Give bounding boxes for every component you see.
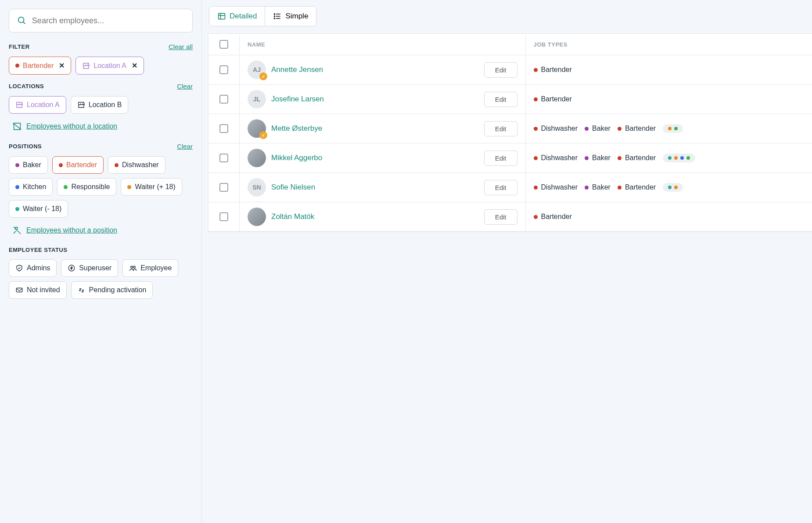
bolt-icon: [68, 264, 75, 272]
chip-label: Not invited: [27, 286, 60, 294]
avatar: SN: [248, 178, 266, 197]
clear-all-link[interactable]: Clear all: [169, 43, 193, 50]
dot-icon: [585, 186, 589, 190]
row-checkbox[interactable]: [219, 95, 228, 104]
status-chip-pending-activation[interactable]: Pending activation: [71, 281, 153, 299]
search-icon: [17, 15, 27, 26]
dot-icon: [534, 127, 538, 131]
job-tag: Baker: [585, 125, 611, 133]
dot-icon: [585, 156, 589, 160]
employee-name[interactable]: Josefine Larsen: [271, 95, 324, 104]
select-all-checkbox[interactable]: [219, 40, 228, 49]
group-icon: [129, 264, 137, 272]
position-chip-baker[interactable]: Baker: [9, 156, 48, 174]
avatar: [248, 119, 266, 138]
employee-name[interactable]: Annette Jensen: [271, 65, 323, 74]
dot-icon: [127, 185, 131, 189]
view-detailed-button[interactable]: Detailed: [209, 7, 265, 26]
chip-label: Admins: [27, 264, 50, 272]
row-checkbox[interactable]: [219, 154, 228, 162]
job-tag: Bartender: [618, 183, 656, 191]
status-chip-not-invited[interactable]: Not invited: [9, 281, 67, 299]
edit-button[interactable]: Edit: [484, 150, 517, 166]
view-label: Simple: [285, 12, 308, 21]
employee-name[interactable]: Mette Østerbye: [271, 124, 322, 133]
overflow-pill[interactable]: [663, 183, 683, 192]
employees-without-position-link[interactable]: Employees without a position: [26, 226, 117, 234]
svg-point-15: [274, 14, 275, 14]
table-icon: [217, 12, 226, 21]
svg-point-6: [131, 266, 133, 269]
active-filter-location-a[interactable]: Location A ✕: [75, 57, 144, 75]
main-content: Detailed Simple NAME JOB TYPES AJ Annett…: [202, 0, 812, 523]
dot-icon: [534, 186, 538, 190]
view-simple-button[interactable]: Simple: [265, 7, 316, 26]
job-tag: Baker: [585, 154, 611, 162]
search-box[interactable]: [9, 9, 193, 32]
overflow-pill[interactable]: [663, 124, 683, 133]
job-types-cell: Bartender: [534, 95, 572, 103]
dot-icon: [618, 186, 622, 190]
overflow-pill[interactable]: [663, 154, 695, 162]
svg-point-17: [274, 18, 275, 19]
chip-label: Location B: [89, 101, 122, 109]
table-row: Zoltán Matók Edit Bartender: [208, 202, 812, 232]
row-checkbox[interactable]: [219, 212, 228, 221]
edit-button[interactable]: Edit: [484, 209, 517, 225]
locations-title: LOCATIONS: [9, 83, 44, 90]
active-filter-bartender[interactable]: Bartender ✕: [9, 57, 71, 75]
remove-filter-icon[interactable]: ✕: [59, 61, 65, 70]
search-input[interactable]: [32, 16, 184, 25]
clear-locations-link[interactable]: Clear: [177, 82, 193, 90]
row-checkbox[interactable]: [219, 65, 228, 74]
dot-icon: [674, 156, 678, 160]
employee-name[interactable]: Mikkel Aggerbo: [271, 154, 322, 162]
position-chip-dishwasher[interactable]: Dishwasher: [108, 156, 165, 174]
row-checkbox[interactable]: [219, 183, 228, 192]
employees-without-location-link[interactable]: Employees without a location: [26, 122, 117, 130]
edit-button[interactable]: Edit: [484, 180, 517, 195]
view-label: Detailed: [230, 12, 257, 21]
employee-table: NAME JOB TYPES AJ Annette Jensen Edit Ba…: [208, 33, 812, 232]
dot-icon: [534, 156, 538, 160]
status-chip-employee[interactable]: Employee: [122, 259, 178, 277]
chip-label: Employee: [140, 264, 172, 272]
dot-icon: [59, 163, 63, 167]
column-job-types: JOB TYPES: [526, 35, 812, 54]
svg-point-0: [18, 17, 24, 23]
row-checkbox[interactable]: [219, 124, 228, 133]
table-row: Mikkel Aggerbo Edit DishwasherBakerBarte…: [208, 143, 812, 173]
status-chip-admins[interactable]: Admins: [9, 259, 57, 277]
position-chip-bartender[interactable]: Bartender: [52, 156, 104, 174]
dot-icon: [674, 186, 678, 189]
employee-name[interactable]: Sofie Nielsen: [271, 183, 315, 192]
position-chip-waiter-18-[interactable]: Waiter (+ 18): [121, 178, 182, 196]
edit-button[interactable]: Edit: [484, 92, 517, 107]
list-icon: [273, 12, 282, 21]
avatar: [248, 208, 266, 226]
remove-filter-icon[interactable]: ✕: [132, 61, 137, 70]
svg-point-16: [274, 16, 275, 17]
clear-positions-link[interactable]: Clear: [177, 143, 193, 150]
dot-icon: [585, 127, 589, 131]
location-chip-a[interactable]: Location A: [9, 96, 66, 114]
status-chip-superuser[interactable]: Superuser: [61, 259, 118, 277]
chip-label: Location A: [27, 101, 60, 109]
position-chip-responsible[interactable]: Responsible: [57, 178, 116, 196]
edit-button[interactable]: Edit: [484, 121, 517, 136]
avatar: AJ: [248, 61, 266, 79]
employee-name[interactable]: Zoltán Matók: [271, 212, 314, 221]
job-tag: Dishwasher: [534, 125, 578, 133]
job-tag: Bartender: [534, 95, 572, 103]
shield-icon: [15, 264, 23, 272]
edit-button[interactable]: Edit: [484, 62, 517, 78]
chip-label: Superuser: [79, 264, 111, 272]
svg-rect-8: [16, 288, 22, 292]
dot-icon: [115, 163, 119, 167]
location-chip-b[interactable]: Location B: [71, 96, 129, 114]
position-chip-kitchen[interactable]: Kitchen: [9, 178, 53, 196]
dot-icon: [668, 156, 672, 160]
job-tag: Bartender: [534, 66, 572, 74]
position-chip-waiter-18-[interactable]: Waiter (- 18): [9, 200, 68, 218]
dot-icon: [534, 215, 538, 219]
